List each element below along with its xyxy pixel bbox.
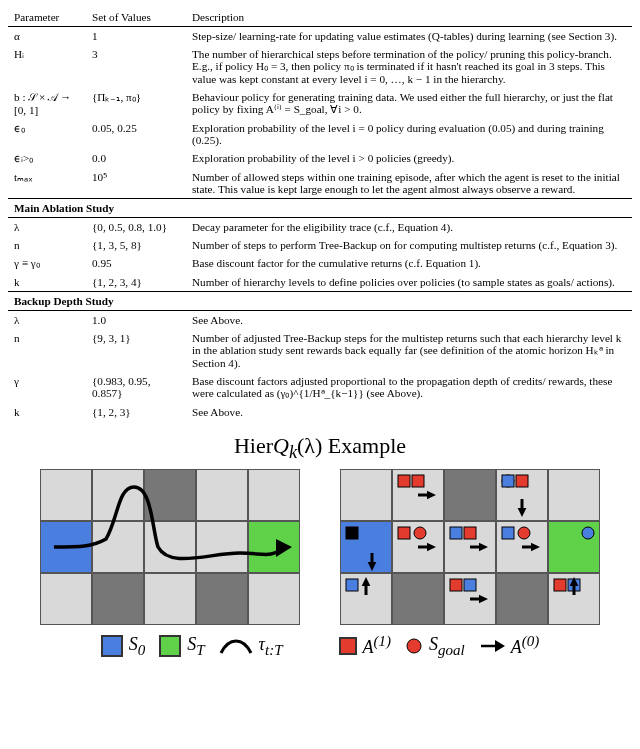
legend-a0: A(0): [511, 633, 540, 658]
cell-values: {0, 0.5, 0.8, 1.0}: [86, 218, 186, 237]
grid-cell: [196, 469, 248, 521]
legend-left: S0 ST τt:T: [101, 633, 283, 658]
table-row: k{1, 2, 3}See Above.: [8, 403, 632, 421]
section-ablation: Main Ablation Study: [8, 199, 632, 218]
grid-cell: [144, 521, 196, 573]
cell-values: 1: [86, 27, 186, 46]
grid-cell: [40, 469, 92, 521]
cell-desc: Step-size/ learning-rate for updating va…: [186, 27, 632, 46]
grid-cell: [340, 573, 392, 625]
cell-values: 10⁵: [86, 168, 186, 199]
section-backup: Backup Depth Study: [8, 292, 632, 311]
cell-param: n: [8, 236, 86, 254]
th-param: Parameter: [8, 8, 86, 27]
cell-values: 3: [86, 45, 186, 88]
title-arg: (λ) Example: [297, 433, 406, 458]
goal-swatch-icon: [159, 635, 181, 657]
grid-cell: [92, 573, 144, 625]
cell-desc: See Above.: [186, 311, 632, 330]
table-row: Hᵢ3The number of hierarchical steps befo…: [8, 45, 632, 88]
grid-cell: [496, 573, 548, 625]
grid-cell: [144, 469, 196, 521]
cell-param: b : 𝒮 × 𝒜 → [0, 1]: [8, 88, 86, 119]
cell-desc: See Above.: [186, 403, 632, 421]
grid-cell: [248, 573, 300, 625]
grid-cell: [444, 469, 496, 521]
table-row: λ1.0See Above.: [8, 311, 632, 330]
grid-cell: [496, 521, 548, 573]
cell-desc: Base discount factors adjusted proportio…: [186, 372, 632, 403]
table-row: γ{0.983, 0.95, 0.857}Base discount facto…: [8, 372, 632, 403]
grid-cell: [340, 469, 392, 521]
cell-desc: Base discount factor for the cumulative …: [186, 254, 632, 273]
cell-param: n: [8, 329, 86, 372]
table-row: ϵ₀0.05, 0.25Exploration probability of t…: [8, 119, 632, 149]
cell-desc: Decay parameter for the eligibility trac…: [186, 218, 632, 237]
cell-desc: Exploration probability of the level i =…: [186, 119, 632, 149]
table-row: ϵᵢ>₀0.0Exploration probability of the le…: [8, 149, 632, 168]
legend-sgoal: Sgoal: [429, 634, 465, 659]
cell-param: γ ≡ γ₀: [8, 254, 86, 273]
grid-cell: [144, 573, 196, 625]
grid-cell: [444, 521, 496, 573]
a1-swatch-icon: [339, 637, 357, 655]
grid-cell: [340, 521, 392, 573]
title-k: k: [289, 442, 297, 462]
legend-s0: S0: [129, 634, 146, 659]
cell-values: {9, 3, 1}: [86, 329, 186, 372]
grid-cell: [548, 469, 600, 521]
cell-param: γ: [8, 372, 86, 403]
grid-cell: [196, 573, 248, 625]
cell-param: tₘₐₓ: [8, 168, 86, 199]
cell-values: {0.983, 0.95, 0.857}: [86, 372, 186, 403]
cell-values: {Πₖ₋₁, π₀}: [86, 88, 186, 119]
grid-cell: [40, 573, 92, 625]
grid-cell: [248, 469, 300, 521]
cell-values: {1, 3, 5, 8}: [86, 236, 186, 254]
grid-cell: [92, 521, 144, 573]
grid-cell: [392, 469, 444, 521]
legend-st: ST: [187, 634, 204, 659]
param-table: Parameter Set of Values Description α1St…: [8, 8, 632, 421]
table-row: n{9, 3, 1}Number of adjusted Tree-Backup…: [8, 329, 632, 372]
grid-cell: [496, 469, 548, 521]
cell-desc: Number of allowed steps within one train…: [186, 168, 632, 199]
grid-cell: [40, 521, 92, 573]
trajectory-curve-icon: [219, 635, 253, 657]
figure-wrap: [8, 469, 632, 625]
table-row: b : 𝒮 × 𝒜 → [0, 1]{Πₖ₋₁, π₀}Behaviour po…: [8, 88, 632, 119]
grid-left: [40, 469, 300, 625]
cell-param: ϵ₀: [8, 119, 86, 149]
table-row: tₘₐₓ10⁵Number of allowed steps within on…: [8, 168, 632, 199]
cell-param: λ: [8, 218, 86, 237]
cell-desc: Number of adjusted Tree-Backup steps for…: [186, 329, 632, 372]
cell-param: ϵᵢ>₀: [8, 149, 86, 168]
cell-param: λ: [8, 311, 86, 330]
title-q: Q: [273, 433, 289, 458]
table-row: n{1, 3, 5, 8}Number of steps to perform …: [8, 236, 632, 254]
cell-values: 1.0: [86, 311, 186, 330]
start-swatch-icon: [101, 635, 123, 657]
cell-param: k: [8, 403, 86, 421]
grid-cell: [196, 521, 248, 573]
cell-param: α: [8, 27, 86, 46]
legend-right: A(1) Sgoal A(0): [339, 633, 540, 658]
title-prefix: Hier: [234, 433, 273, 458]
table-row: γ ≡ γ₀0.95Base discount factor for the c…: [8, 254, 632, 273]
table-row: k{1, 2, 3, 4}Number of hierarchy levels …: [8, 273, 632, 292]
grid-cell: [392, 573, 444, 625]
cell-values: {1, 2, 3, 4}: [86, 273, 186, 292]
th-desc: Description: [186, 8, 632, 27]
th-values: Set of Values: [86, 8, 186, 27]
table-row: λ{0, 0.5, 0.8, 1.0}Decay parameter for t…: [8, 218, 632, 237]
table-row: α1Step-size/ learning-rate for updating …: [8, 27, 632, 46]
sgoal-circle-icon: [405, 637, 423, 655]
grid-cell: [392, 521, 444, 573]
a0-arrow-icon: [479, 637, 505, 655]
grid-cell: [548, 573, 600, 625]
cell-values: {1, 2, 3}: [86, 403, 186, 421]
cell-desc: Exploration probability of the level i >…: [186, 149, 632, 168]
cell-values: 0.05, 0.25: [86, 119, 186, 149]
cell-desc: Number of hierarchy levels to define pol…: [186, 273, 632, 292]
svg-point-27: [407, 639, 421, 653]
